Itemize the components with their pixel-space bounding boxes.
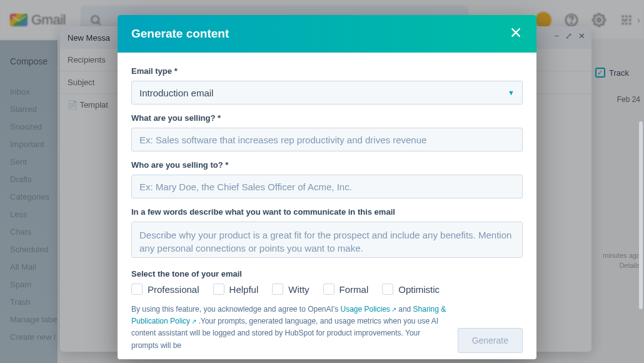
tone-label: Witty [288, 284, 309, 295]
tone-label: Helpful [229, 284, 259, 295]
external-link-icon: ↗ [391, 306, 396, 313]
tone-label: Select the tone of your email [131, 269, 523, 279]
email-type-label: Email type * [131, 66, 523, 76]
audience-input[interactable] [131, 175, 523, 198]
close-icon [509, 26, 523, 39]
checkbox-icon [272, 284, 283, 295]
tone-label: Optimistic [398, 284, 440, 295]
checkbox-icon [382, 284, 393, 295]
chevron-down-icon: ▼ [508, 89, 515, 96]
disclaimer-text: By using this feature, you acknowledge a… [131, 304, 523, 352]
selling-label: What are you selling? * [131, 113, 523, 123]
modal-header: Generate content [118, 15, 536, 53]
tone-label: Formal [340, 284, 369, 295]
modal-title: Generate content [131, 27, 229, 41]
checkbox-icon [131, 284, 143, 295]
email-type-value: Introduction email [139, 88, 213, 98]
modal-close-button[interactable] [509, 26, 523, 42]
selling-input[interactable] [131, 128, 523, 151]
external-link-icon: ↗ [191, 318, 196, 325]
checkbox-icon [213, 284, 224, 295]
checkbox-icon [323, 284, 335, 295]
tone-option[interactable]: Professional [131, 284, 199, 295]
communicate-textarea[interactable] [131, 222, 523, 258]
audience-label: Who are you selling to? * [131, 160, 523, 170]
tone-option[interactable]: Optimistic [382, 284, 440, 295]
communicate-label: In a few words describe what you want to… [131, 207, 523, 217]
scrollbar-thumb[interactable] [639, 121, 643, 309]
tone-label: Professional [148, 284, 199, 295]
generate-button[interactable]: Generate [458, 328, 523, 353]
generate-content-modal: Generate content Email type * Introducti… [118, 15, 536, 359]
tone-option[interactable]: Helpful [213, 284, 259, 295]
usage-policies-link[interactable]: Usage Policies↗ [341, 305, 396, 314]
tone-option[interactable]: Formal [323, 284, 369, 295]
tone-option[interactable]: Witty [272, 284, 309, 295]
email-type-select[interactable]: Introduction email ▼ [131, 81, 523, 105]
